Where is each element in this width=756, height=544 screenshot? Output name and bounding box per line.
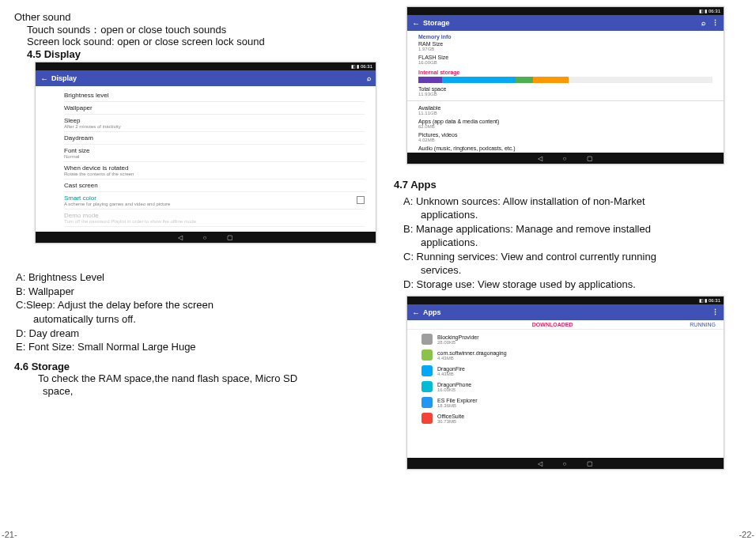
nav-recent-icon[interactable]: ▢ [587, 460, 593, 467]
display-setting-row[interactable]: Demo modeTurn off the password Playlist … [64, 210, 365, 227]
item-b: B: Manage applications: Manage and remov… [403, 222, 742, 250]
storage-breakdown-list: Available11.11GBApps (app data & media c… [407, 104, 724, 153]
back-icon[interactable]: ← [40, 74, 51, 83]
item-e: E: Font Size: Small Normal Large Huge [16, 340, 364, 354]
tab-downloaded[interactable]: DOWNLOADED [532, 322, 573, 327]
section-4-6-heading: 4.6 Storage [14, 361, 364, 373]
total-space-row: Total space 11.93GB [407, 85, 724, 98]
app-text: DragonPhone16.00KB [437, 382, 471, 392]
battery-icon: ◧ ▮ [699, 298, 708, 303]
display-setting-row[interactable]: Brightness level [64, 89, 365, 102]
row-value: 62.0MB [418, 124, 713, 129]
section-4-5-heading: 4.5 Display [14, 48, 364, 61]
storage-row[interactable]: Available11.11GB [407, 104, 724, 117]
page-number: -22- [739, 530, 754, 539]
display-setting-row[interactable]: Smart colorA scheme for playing games an… [64, 192, 365, 210]
row-value: 11.11GB [418, 111, 713, 115]
back-icon[interactable]: ← [412, 308, 423, 317]
nav-back-icon[interactable]: ◁ [538, 155, 542, 162]
storage-text: To check the RAM space,the nand flash sp… [14, 372, 364, 397]
row-title: Daydream [64, 134, 365, 142]
storage-row[interactable]: Pictures, videos4.02MB [407, 130, 724, 144]
app-bar: ← Apps ⋮ [407, 304, 724, 320]
battery-icon: ◧ ▮ [351, 64, 360, 69]
nav-back-icon[interactable]: ◁ [178, 234, 183, 241]
display-setting-row[interactable]: SleepAfter 2 minutes of inactivity [64, 115, 365, 132]
storage-bar-segment [418, 77, 442, 83]
page-21: Other sound Touch sounds：open or close t… [0, 0, 378, 544]
storage-bar-segment [442, 77, 516, 83]
display-settings-screenshot: ◧ ▮ 06:31 ← Display ⌕ Brightness levelWa… [35, 62, 376, 244]
item-d: D: Day dream [16, 327, 364, 341]
row-title: Demo mode [64, 212, 365, 219]
checkbox[interactable] [357, 196, 365, 204]
item-d: D: Storage use: View storage used by app… [403, 278, 742, 292]
app-name: DragonFire [437, 366, 465, 372]
app-icon [421, 413, 433, 424]
app-icon [421, 365, 433, 376]
display-setting-row[interactable]: Font sizeNormal [64, 145, 365, 162]
app-row[interactable]: OfficeSuite36.73MB [407, 410, 724, 426]
row-subtitle: Rotate the contents of the screen [64, 172, 365, 176]
display-setting-row[interactable]: Cast screen [64, 179, 365, 192]
display-settings-list: Brightness levelWallpaperSleepAfter 2 mi… [36, 86, 376, 232]
section-4-7-heading: 4.7 Apps [392, 179, 742, 191]
app-row[interactable]: com.softwinner.dragonaging4.43MB [407, 347, 724, 363]
storage-row[interactable]: Apps (app data & media content)62.0MB [407, 117, 724, 130]
app-bar: ← Storage ⌕ ⋮ [407, 15, 724, 31]
row-title: Brightness level [64, 92, 365, 99]
app-row[interactable]: ES File Explorer18.36MB [407, 395, 724, 410]
storage-row[interactable]: Audio (music, ringtones, podcasts, etc.) [407, 144, 724, 153]
apps-tabs: DOWNLOADED RUNNING [407, 320, 724, 330]
app-row[interactable]: BlockingProvider28.00KB [407, 331, 724, 347]
appbar-title: Storage [423, 19, 701, 27]
app-row[interactable]: DragonFire4.43MB [407, 363, 724, 379]
row-subtitle: Normal [64, 154, 365, 159]
app-icon [421, 349, 433, 361]
app-size: 16.00KB [437, 387, 471, 392]
clock-text: 06:31 [361, 64, 372, 69]
app-name: com.softwinner.dragonaging [437, 350, 507, 356]
nav-home-icon[interactable]: ○ [203, 234, 207, 241]
overflow-icon[interactable]: ⋮ [705, 19, 719, 27]
app-size: 36.73MB [437, 419, 464, 424]
display-setting-row[interactable]: Wallpaper [64, 102, 365, 115]
app-size: 4.43MB [437, 356, 507, 361]
app-text: BlockingProvider28.00KB [437, 334, 479, 345]
row-title: Apps (app data & media content) [418, 119, 713, 124]
app-text: OfficeSuite36.73MB [437, 414, 464, 424]
status-bar: ◧ ▮ 06:31 [407, 7, 724, 15]
row-subtitle: A scheme for playing games and video and… [64, 202, 365, 206]
nav-home-icon[interactable]: ○ [563, 460, 567, 467]
flash-row: FLASH Size 16.00GB [407, 53, 724, 66]
nav-home-icon[interactable]: ○ [563, 155, 567, 162]
row-subtitle: Turn off the password Playlist in order … [64, 219, 365, 224]
item-b: B: Wallpaper [16, 285, 364, 299]
nav-recent-icon[interactable]: ▢ [227, 234, 233, 241]
item-c: C:Sleep: Adjust the delay before the scr… [16, 298, 364, 326]
nav-back-icon[interactable]: ◁ [538, 460, 542, 467]
row-title: Font size [64, 147, 365, 154]
app-text: ES File Explorer18.36MB [437, 398, 478, 408]
tab-running[interactable]: RUNNING [690, 322, 716, 327]
overflow-icon[interactable]: ⋮ [712, 308, 719, 316]
app-icon [421, 334, 433, 345]
app-name: DragonPhone [437, 382, 471, 387]
status-bar: ◧ ▮ 06:31 [407, 297, 724, 304]
display-setting-row[interactable]: When device is rotatedRotate the content… [64, 162, 365, 179]
nav-recent-icon[interactable]: ▢ [587, 155, 593, 162]
search-icon[interactable]: ⌕ [367, 74, 371, 82]
internal-storage-heading: Internal storage [407, 66, 724, 75]
android-navbar: ◁ ○ ▢ [407, 458, 724, 469]
page-22: ◧ ▮ 06:31 ← Storage ⌕ ⋮ Memory info RAM … [378, 0, 756, 544]
item-c: C: Running services: View and control cu… [403, 250, 742, 278]
row-title: Cast screen [64, 182, 365, 189]
screen-lock-text: Screen lock sound: open or close screen … [14, 36, 364, 48]
item-a: A: Brightness Level [16, 270, 364, 285]
app-row[interactable]: DragonPhone16.00KB [407, 379, 724, 395]
display-options-list: A: Brightness Level B: Wallpaper C:Sleep… [16, 270, 364, 353]
app-size: 18.36MB [437, 403, 478, 408]
back-icon[interactable]: ← [412, 19, 423, 28]
display-setting-row[interactable]: Daydream [64, 132, 365, 145]
storage-settings-screenshot: ◧ ▮ 06:31 ← Storage ⌕ ⋮ Memory info RAM … [406, 6, 724, 164]
